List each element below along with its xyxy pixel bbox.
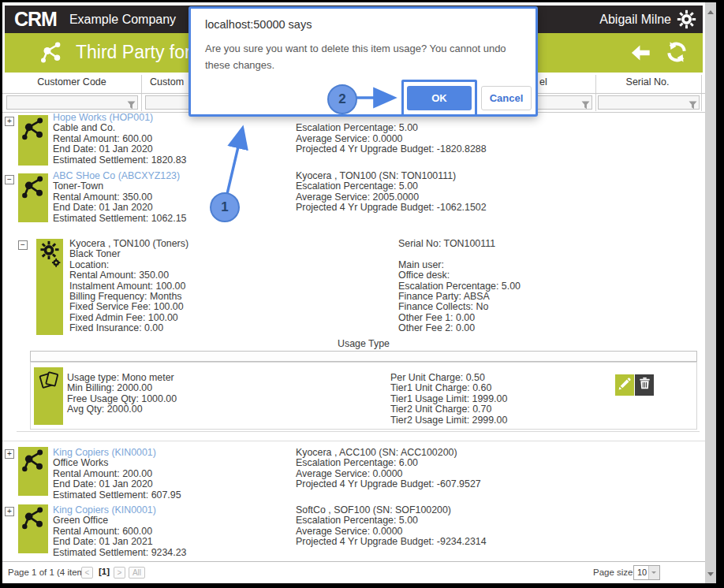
text-line: Tier1 Unit Charge: 0.60	[390, 383, 507, 393]
page-size-label: Page size:	[593, 568, 636, 577]
text-line: Average Service: 0.0000	[296, 469, 481, 479]
expand-button-row-3[interactable]: +	[5, 449, 14, 459]
text-line: Escalation Percentage: 5.00	[296, 181, 487, 192]
row-2-left-text: ABC SHoe Co (ABCXYZ123) Toner-TownRental…	[53, 171, 186, 224]
user-name: Abigail Milne	[599, 13, 671, 27]
customer-link[interactable]: King Copiers (KIN0001)	[53, 505, 186, 515]
text-line: Kyocera , TON100 (Toners)	[69, 239, 188, 249]
row-2-right-text: Kyocera , TON100 (SN: TON100111)Escalati…	[296, 171, 487, 214]
text-line: Other Fee 1: 0.00	[398, 313, 521, 323]
text-line: Tier2 Unit Charge: 0.70	[390, 404, 507, 415]
filter-customer-code-input[interactable]	[9, 97, 128, 110]
edit-usage-button[interactable]	[615, 374, 634, 396]
text-line: Billing Frequency: Months	[69, 292, 188, 302]
ok-button-highlight: OK	[401, 80, 477, 117]
pager-bar: Page 1 of 1 (4 items) < [1] > All Page s…	[2, 561, 705, 584]
text-line: Office Works	[53, 458, 181, 468]
text-line: Fixed Insurance: 0.00	[69, 323, 188, 333]
delete-usage-button[interactable]	[635, 374, 654, 396]
text-line: Fixed Service Fee: 100.00	[69, 302, 188, 312]
expand-button-detail[interactable]: −	[18, 240, 28, 250]
page-title: Third Party for	[76, 42, 191, 63]
text-line: Estimated Settlement: 1820.83	[53, 155, 186, 166]
settings-gear-icon[interactable]	[677, 9, 696, 29]
contract-share-icon	[18, 504, 48, 553]
expand-button-row-4[interactable]: +	[5, 507, 14, 516]
text-line: Avg Qty: 2000.00	[67, 404, 177, 415]
text-line: Free Usage Qty: 1000.00	[67, 394, 177, 404]
crm-logo: CRM	[14, 8, 57, 31]
text-line: Toner-Town	[53, 181, 186, 192]
column-header-customer-code[interactable]: Customer Code	[2, 76, 141, 92]
pager-prev-button[interactable]: <	[81, 567, 93, 579]
vertical-scrollbar[interactable]	[705, 2, 716, 583]
text-line: Average Service: 0.0000	[296, 527, 487, 537]
page-size-select[interactable]: 10	[633, 565, 660, 580]
dialog-message-line: these changes.	[205, 57, 506, 73]
text-line: Other Fee 2: 0.00	[398, 323, 521, 333]
usage-pages-icon	[34, 367, 63, 425]
pager-status: Page 1 of 1 (4 items)	[8, 568, 92, 577]
text-line: Finance Party: ABSA	[398, 292, 521, 302]
text-line: Escalation Percentage: 5.00	[296, 515, 487, 526]
text-line: Min Billing: 2000.00	[67, 383, 177, 393]
row-4-right-text: SoftCo , SOF100 (SN: SOF100200)Escalatio…	[296, 505, 487, 548]
text-line: End Date: 01 Jan 2020	[53, 479, 181, 489]
detail-right-text: Serial No: TON100111 Main user:Office de…	[398, 239, 521, 334]
usage-type-header-bar	[30, 351, 697, 362]
text-line	[398, 249, 521, 259]
text-line: SoftCo , SOF100 (SN: SOF100200)	[296, 505, 487, 515]
text-line: Cable and Co.	[53, 123, 186, 133]
text-line: Tier1 Usage Limit: 1999.00	[390, 394, 507, 404]
company-name: Example Company	[69, 13, 176, 27]
text-line: Green Office	[53, 515, 186, 526]
column-header-model-partial[interactable]: el	[539, 76, 547, 92]
text-line: End Date: 01 Jan 2021	[53, 537, 186, 547]
pager-all-button[interactable]: All	[129, 567, 145, 579]
filter-serial-no-input[interactable]	[600, 97, 689, 110]
text-line: Average Service: 2005.0000	[296, 192, 487, 203]
pager-current-page[interactable]: [1]	[99, 567, 110, 576]
expand-button-row-2[interactable]: −	[5, 175, 14, 184]
column-header-customer-partial[interactable]: Custom	[150, 76, 184, 92]
text-line: Projected 4 Yr Upgrade Budget: -1820.828…	[296, 144, 487, 154]
text-line: Serial No: TON100111	[398, 239, 521, 249]
filter-funnel-icon[interactable]	[581, 99, 590, 107]
customer-link[interactable]: ABC SHoe Co (ABCXYZ123)	[53, 171, 186, 181]
usage-right-text: Per Unit Charge: 0.50Tier1 Unit Charge: …	[390, 373, 507, 426]
app-window: CRM Example Company Abigail Milne	[0, 0, 724, 588]
customer-link[interactable]: King Copiers (KIN0001)	[53, 448, 181, 458]
expand-button-row-1[interactable]: +	[5, 117, 14, 126]
filter-funnel-icon[interactable]	[127, 99, 136, 107]
pager-next-button[interactable]: >	[114, 567, 125, 579]
filter-serial-no[interactable]	[598, 95, 700, 110]
back-arrow-icon[interactable]	[627, 42, 654, 64]
filter-customer-code[interactable]	[6, 95, 138, 110]
text-line: Projected 4 Yr Upgrade Budget: -607.9527	[296, 479, 481, 489]
column-header-serial-no[interactable]: Serial No.	[595, 76, 700, 92]
confirm-dialog: localhost:50000 says Are you sure you wa…	[188, 6, 538, 117]
scroll-down-button[interactable]	[705, 568, 716, 581]
usage-type-row: Usage type: Mono meterMin Billing: 2000.…	[30, 362, 697, 430]
text-line: Rental Amount: 350.00	[69, 270, 188, 281]
text-line: Escalation Percentage: 6.00	[296, 458, 481, 468]
text-line: Office desk:	[398, 270, 521, 281]
text-line: Estimated Settlement: 9234.23	[53, 548, 186, 558]
page-size-value: 10	[637, 568, 647, 577]
dialog-message-line: Are you sure you want to delete this ite…	[205, 40, 506, 57]
ok-button[interactable]: OK	[407, 86, 472, 110]
cancel-button[interactable]: Cancel	[481, 86, 532, 110]
filter-funnel-icon[interactable]	[689, 99, 697, 107]
row-3-left-text: King Copiers (KIN0001) Office WorksRenta…	[53, 448, 181, 501]
refresh-icon[interactable]	[665, 40, 689, 64]
text-line: Black Toner	[69, 249, 188, 259]
dialog-title: localhost:50000 says	[205, 18, 312, 31]
contract-share-icon	[18, 173, 48, 222]
customer-link[interactable]: Hope Works (HOP001)	[53, 113, 186, 123]
triangle-down-icon	[707, 572, 714, 579]
contract-share-icon	[18, 447, 48, 496]
chevron-down-icon[interactable]	[648, 566, 659, 579]
text-line: End Date: 01 Jan 2020	[53, 144, 186, 154]
pencil-icon	[618, 376, 633, 394]
scroll-up-button[interactable]	[705, 6, 716, 18]
